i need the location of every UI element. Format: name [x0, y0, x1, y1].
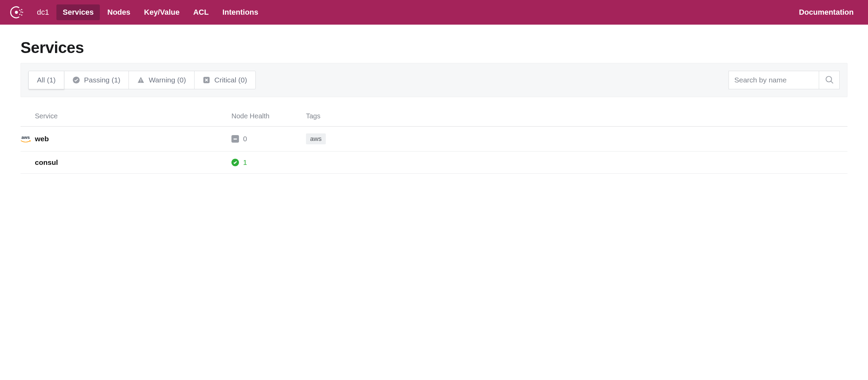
- svg-point-0: [15, 11, 18, 14]
- nav-link-keyvalue[interactable]: Key/Value: [138, 4, 186, 20]
- filter-passing-label: Passing (1): [84, 76, 120, 84]
- svg-rect-8: [141, 79, 141, 81]
- filter-all-label: All (1): [37, 76, 56, 84]
- nav-link-nodes[interactable]: Nodes: [101, 4, 136, 20]
- top-nav: dc1 Services Nodes Key/Value ACL Intenti…: [0, 0, 868, 25]
- service-health: 0: [231, 135, 306, 143]
- search-icon: [825, 75, 834, 85]
- health-count: 0: [243, 135, 247, 143]
- nav-right: Documentation: [793, 8, 860, 17]
- filter-all[interactable]: All (1): [28, 71, 64, 89]
- svg-point-4: [21, 9, 22, 10]
- nav-link-acl[interactable]: ACL: [187, 4, 215, 20]
- health-ok-icon: [231, 159, 239, 166]
- tag: aws: [306, 133, 326, 144]
- filter-group: All (1) Passing (1) Warning (0) Critical…: [28, 71, 256, 89]
- svg-point-6: [21, 14, 22, 15]
- svg-point-11: [826, 76, 831, 82]
- svg-line-12: [831, 81, 833, 83]
- th-service: Service: [35, 112, 231, 120]
- health-neutral-icon: [231, 135, 239, 143]
- health-count: 1: [243, 158, 247, 167]
- nav-link-services[interactable]: Services: [56, 4, 100, 20]
- filter-critical-label: Critical (0): [214, 76, 247, 84]
- table-header-row: Service Node Health Tags: [21, 107, 847, 127]
- search-input[interactable]: [729, 71, 819, 89]
- x-square-icon: [203, 76, 210, 84]
- filter-warning[interactable]: Warning (0): [129, 71, 195, 89]
- service-name: consul: [35, 158, 231, 167]
- provider-icon: aws: [21, 135, 35, 143]
- service-name: web: [35, 135, 231, 143]
- check-circle-icon: [72, 76, 80, 84]
- table-row[interactable]: aws web 0 aws: [21, 127, 847, 152]
- aws-icon: aws: [21, 135, 31, 143]
- search-button[interactable]: [819, 71, 840, 89]
- warning-triangle-icon: [137, 76, 145, 84]
- nav-items: dc1 Services Nodes Key/Value ACL Intenti…: [31, 4, 793, 20]
- svg-point-2: [21, 11, 22, 12]
- search-wrap: [729, 71, 840, 89]
- page-title: Services: [21, 38, 847, 57]
- nav-link-intentions[interactable]: Intentions: [216, 4, 264, 20]
- svg-point-5: [22, 12, 23, 13]
- consul-logo-icon: [8, 4, 25, 21]
- filter-critical[interactable]: Critical (0): [194, 71, 256, 89]
- svg-rect-9: [141, 82, 141, 82]
- filter-passing[interactable]: Passing (1): [64, 71, 129, 89]
- filter-warning-label: Warning (0): [149, 76, 186, 84]
- svg-point-1: [19, 10, 20, 11]
- service-tags: aws: [306, 133, 847, 144]
- nav-datacenter[interactable]: dc1: [31, 4, 55, 20]
- th-health: Node Health: [231, 112, 306, 120]
- page-content: Services All (1) Passing (1) Warning (0): [0, 25, 868, 187]
- services-table: Service Node Health Tags aws web 0 aws: [21, 107, 847, 174]
- svg-point-3: [19, 14, 20, 15]
- service-health: 1: [231, 158, 306, 167]
- filter-bar: All (1) Passing (1) Warning (0) Critical…: [21, 63, 847, 97]
- table-row[interactable]: consul 1: [21, 152, 847, 174]
- nav-link-documentation[interactable]: Documentation: [793, 4, 860, 20]
- th-tags: Tags: [306, 112, 847, 120]
